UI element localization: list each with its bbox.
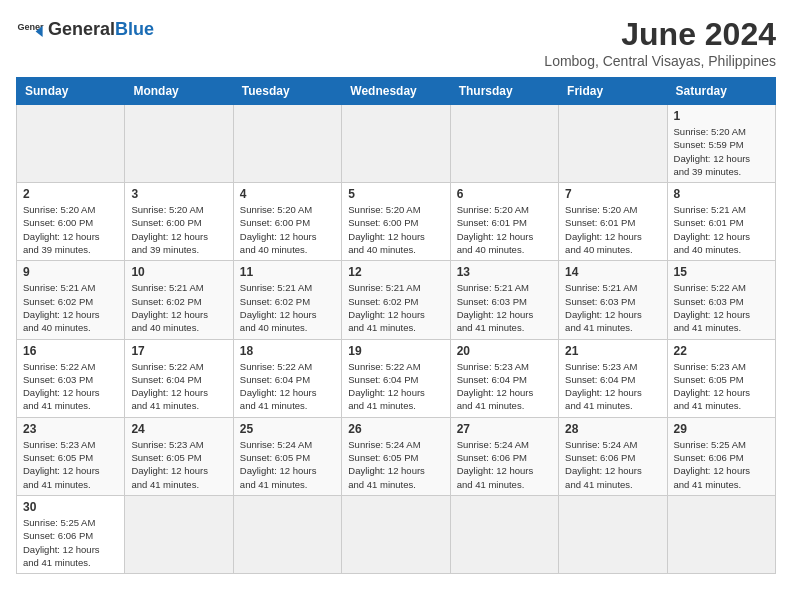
calendar-cell <box>233 105 341 183</box>
day-number: 20 <box>457 344 552 358</box>
calendar-cell: 23Sunrise: 5:23 AM Sunset: 6:05 PM Dayli… <box>17 417 125 495</box>
calendar-cell: 21Sunrise: 5:23 AM Sunset: 6:04 PM Dayli… <box>559 339 667 417</box>
calendar-subtitle: Lombog, Central Visayas, Philippines <box>544 53 776 69</box>
calendar-week-row: 2Sunrise: 5:20 AM Sunset: 6:00 PM Daylig… <box>17 183 776 261</box>
page-container: General GeneralBlue June 2024 Lombog, Ce… <box>16 16 776 574</box>
calendar-cell <box>233 495 341 573</box>
calendar-cell <box>559 495 667 573</box>
calendar-cell <box>450 105 558 183</box>
day-number: 12 <box>348 265 443 279</box>
day-number: 19 <box>348 344 443 358</box>
day-info: Sunrise: 5:24 AM Sunset: 6:05 PM Dayligh… <box>348 438 443 491</box>
calendar-cell: 24Sunrise: 5:23 AM Sunset: 6:05 PM Dayli… <box>125 417 233 495</box>
calendar-cell: 28Sunrise: 5:24 AM Sunset: 6:06 PM Dayli… <box>559 417 667 495</box>
day-number: 10 <box>131 265 226 279</box>
day-info: Sunrise: 5:20 AM Sunset: 6:01 PM Dayligh… <box>565 203 660 256</box>
day-info: Sunrise: 5:22 AM Sunset: 6:04 PM Dayligh… <box>348 360 443 413</box>
calendar-table: SundayMondayTuesdayWednesdayThursdayFrid… <box>16 77 776 574</box>
title-area: June 2024 Lombog, Central Visayas, Phili… <box>544 16 776 69</box>
calendar-cell: 7Sunrise: 5:20 AM Sunset: 6:01 PM Daylig… <box>559 183 667 261</box>
day-info: Sunrise: 5:22 AM Sunset: 6:04 PM Dayligh… <box>240 360 335 413</box>
day-number: 13 <box>457 265 552 279</box>
day-number: 14 <box>565 265 660 279</box>
calendar-cell <box>125 495 233 573</box>
calendar-cell: 17Sunrise: 5:22 AM Sunset: 6:04 PM Dayli… <box>125 339 233 417</box>
header: General GeneralBlue June 2024 Lombog, Ce… <box>16 16 776 69</box>
day-info: Sunrise: 5:22 AM Sunset: 6:04 PM Dayligh… <box>131 360 226 413</box>
weekday-header-row: SundayMondayTuesdayWednesdayThursdayFrid… <box>17 78 776 105</box>
day-number: 25 <box>240 422 335 436</box>
day-info: Sunrise: 5:20 AM Sunset: 6:00 PM Dayligh… <box>348 203 443 256</box>
day-info: Sunrise: 5:22 AM Sunset: 6:03 PM Dayligh… <box>674 281 769 334</box>
calendar-cell: 1Sunrise: 5:20 AM Sunset: 5:59 PM Daylig… <box>667 105 775 183</box>
day-info: Sunrise: 5:24 AM Sunset: 6:06 PM Dayligh… <box>457 438 552 491</box>
day-number: 2 <box>23 187 118 201</box>
calendar-cell <box>450 495 558 573</box>
calendar-cell: 20Sunrise: 5:23 AM Sunset: 6:04 PM Dayli… <box>450 339 558 417</box>
day-number: 6 <box>457 187 552 201</box>
weekday-header-thursday: Thursday <box>450 78 558 105</box>
calendar-cell <box>559 105 667 183</box>
weekday-header-friday: Friday <box>559 78 667 105</box>
day-info: Sunrise: 5:23 AM Sunset: 6:04 PM Dayligh… <box>457 360 552 413</box>
logo-text: GeneralBlue <box>48 20 154 40</box>
calendar-cell: 27Sunrise: 5:24 AM Sunset: 6:06 PM Dayli… <box>450 417 558 495</box>
calendar-cell: 5Sunrise: 5:20 AM Sunset: 6:00 PM Daylig… <box>342 183 450 261</box>
day-info: Sunrise: 5:20 AM Sunset: 6:00 PM Dayligh… <box>131 203 226 256</box>
calendar-week-row: 1Sunrise: 5:20 AM Sunset: 5:59 PM Daylig… <box>17 105 776 183</box>
calendar-title: June 2024 <box>544 16 776 53</box>
day-number: 18 <box>240 344 335 358</box>
generalblue-logo-icon: General <box>16 16 44 44</box>
day-info: Sunrise: 5:20 AM Sunset: 6:00 PM Dayligh… <box>240 203 335 256</box>
day-info: Sunrise: 5:21 AM Sunset: 6:03 PM Dayligh… <box>457 281 552 334</box>
day-number: 7 <box>565 187 660 201</box>
day-info: Sunrise: 5:21 AM Sunset: 6:01 PM Dayligh… <box>674 203 769 256</box>
day-number: 3 <box>131 187 226 201</box>
calendar-cell <box>125 105 233 183</box>
day-info: Sunrise: 5:22 AM Sunset: 6:03 PM Dayligh… <box>23 360 118 413</box>
calendar-cell: 10Sunrise: 5:21 AM Sunset: 6:02 PM Dayli… <box>125 261 233 339</box>
day-number: 11 <box>240 265 335 279</box>
calendar-cell <box>17 105 125 183</box>
day-number: 24 <box>131 422 226 436</box>
calendar-week-row: 9Sunrise: 5:21 AM Sunset: 6:02 PM Daylig… <box>17 261 776 339</box>
day-info: Sunrise: 5:24 AM Sunset: 6:06 PM Dayligh… <box>565 438 660 491</box>
day-number: 8 <box>674 187 769 201</box>
day-info: Sunrise: 5:21 AM Sunset: 6:02 PM Dayligh… <box>23 281 118 334</box>
calendar-cell: 13Sunrise: 5:21 AM Sunset: 6:03 PM Dayli… <box>450 261 558 339</box>
day-number: 16 <box>23 344 118 358</box>
day-number: 30 <box>23 500 118 514</box>
day-number: 27 <box>457 422 552 436</box>
day-info: Sunrise: 5:23 AM Sunset: 6:04 PM Dayligh… <box>565 360 660 413</box>
calendar-cell: 4Sunrise: 5:20 AM Sunset: 6:00 PM Daylig… <box>233 183 341 261</box>
calendar-cell: 19Sunrise: 5:22 AM Sunset: 6:04 PM Dayli… <box>342 339 450 417</box>
calendar-cell: 15Sunrise: 5:22 AM Sunset: 6:03 PM Dayli… <box>667 261 775 339</box>
day-number: 21 <box>565 344 660 358</box>
day-number: 15 <box>674 265 769 279</box>
day-info: Sunrise: 5:23 AM Sunset: 6:05 PM Dayligh… <box>131 438 226 491</box>
calendar-cell: 6Sunrise: 5:20 AM Sunset: 6:01 PM Daylig… <box>450 183 558 261</box>
calendar-body: 1Sunrise: 5:20 AM Sunset: 5:59 PM Daylig… <box>17 105 776 574</box>
day-number: 23 <box>23 422 118 436</box>
calendar-cell: 22Sunrise: 5:23 AM Sunset: 6:05 PM Dayli… <box>667 339 775 417</box>
day-info: Sunrise: 5:20 AM Sunset: 6:01 PM Dayligh… <box>457 203 552 256</box>
calendar-cell: 26Sunrise: 5:24 AM Sunset: 6:05 PM Dayli… <box>342 417 450 495</box>
day-info: Sunrise: 5:21 AM Sunset: 6:03 PM Dayligh… <box>565 281 660 334</box>
calendar-cell: 25Sunrise: 5:24 AM Sunset: 6:05 PM Dayli… <box>233 417 341 495</box>
calendar-cell: 11Sunrise: 5:21 AM Sunset: 6:02 PM Dayli… <box>233 261 341 339</box>
calendar-cell: 8Sunrise: 5:21 AM Sunset: 6:01 PM Daylig… <box>667 183 775 261</box>
calendar-cell: 16Sunrise: 5:22 AM Sunset: 6:03 PM Dayli… <box>17 339 125 417</box>
logo-area: General GeneralBlue <box>16 16 154 44</box>
calendar-cell: 12Sunrise: 5:21 AM Sunset: 6:02 PM Dayli… <box>342 261 450 339</box>
weekday-header-tuesday: Tuesday <box>233 78 341 105</box>
day-number: 29 <box>674 422 769 436</box>
day-info: Sunrise: 5:23 AM Sunset: 6:05 PM Dayligh… <box>23 438 118 491</box>
calendar-cell <box>667 495 775 573</box>
calendar-cell: 3Sunrise: 5:20 AM Sunset: 6:00 PM Daylig… <box>125 183 233 261</box>
day-info: Sunrise: 5:25 AM Sunset: 6:06 PM Dayligh… <box>23 516 118 569</box>
day-number: 1 <box>674 109 769 123</box>
calendar-cell: 14Sunrise: 5:21 AM Sunset: 6:03 PM Dayli… <box>559 261 667 339</box>
day-info: Sunrise: 5:25 AM Sunset: 6:06 PM Dayligh… <box>674 438 769 491</box>
day-number: 9 <box>23 265 118 279</box>
weekday-header-saturday: Saturday <box>667 78 775 105</box>
